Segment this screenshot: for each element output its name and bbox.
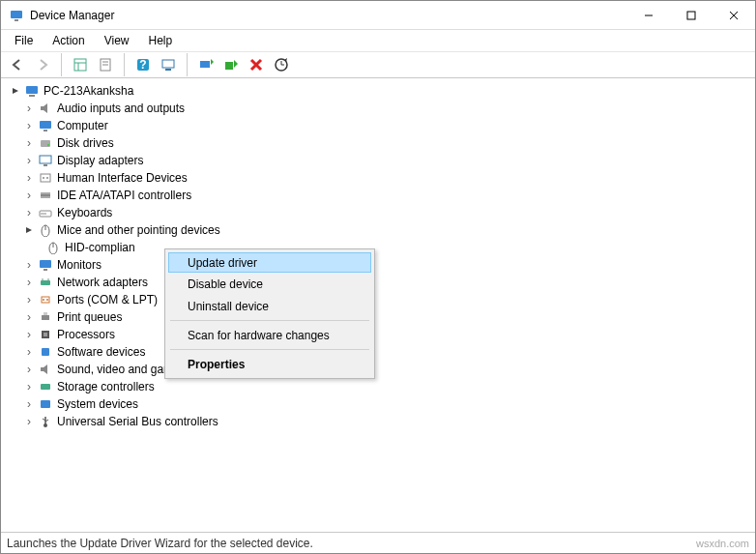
- expand-icon[interactable]: ›: [22, 189, 36, 202]
- expand-icon[interactable]: ›: [22, 293, 36, 306]
- expand-icon[interactable]: ›: [22, 380, 36, 394]
- properties-button[interactable]: [94, 53, 117, 76]
- tree-item[interactable]: ›IDE ATA/ATAPI controllers: [5, 187, 755, 204]
- tree-label: Software devices: [57, 345, 145, 359]
- help-button[interactable]: ?: [131, 53, 155, 76]
- status-bar: Launches the Update Driver Wizard for th…: [1, 532, 755, 553]
- scan-hardware-button[interactable]: [270, 53, 293, 76]
- menu-action[interactable]: Action: [44, 32, 92, 49]
- tree-label: Network adapters: [57, 276, 148, 289]
- expand-icon[interactable]: ›: [22, 136, 36, 150]
- collapse-icon[interactable]: [22, 223, 36, 237]
- speaker-icon: [38, 101, 53, 116]
- network-icon: [38, 275, 53, 290]
- svg-rect-56: [41, 384, 50, 390]
- svg-rect-54: [44, 333, 47, 336]
- toolbar: ?: [1, 51, 755, 78]
- svg-rect-42: [40, 260, 51, 268]
- context-disable-device[interactable]: Disable device: [168, 273, 371, 295]
- svg-rect-44: [41, 280, 50, 285]
- svg-point-26: [47, 144, 49, 146]
- tree-item[interactable]: ›Sound, video and game controllers: [5, 361, 755, 378]
- expand-icon[interactable]: ›: [22, 415, 36, 428]
- expand-icon[interactable]: ›: [22, 171, 36, 185]
- app-icon: [9, 8, 24, 23]
- uninstall-button[interactable]: [245, 53, 268, 76]
- computer-icon: [24, 83, 40, 99]
- svg-rect-1: [15, 19, 18, 21]
- svg-rect-27: [40, 156, 51, 163]
- menu-help[interactable]: Help: [141, 32, 181, 49]
- status-text: Launches the Update Driver Wizard for th…: [7, 537, 313, 550]
- tree-item[interactable]: ›Human Interface Devices: [5, 169, 755, 187]
- usb-icon: [38, 414, 53, 429]
- tree-label: Monitors: [57, 258, 102, 272]
- expand-icon[interactable]: ›: [22, 276, 36, 289]
- tree-item[interactable]: ›Print queues: [5, 308, 755, 326]
- svg-rect-52: [44, 320, 47, 322]
- forward-button[interactable]: [31, 53, 54, 76]
- context-update-driver[interactable]: Update driver: [168, 252, 371, 273]
- context-uninstall-device[interactable]: Uninstall device: [168, 295, 371, 317]
- tree-item[interactable]: ›Disk drives: [5, 134, 755, 152]
- tree-item[interactable]: ›Storage controllers: [5, 378, 755, 395]
- expand-icon[interactable]: ›: [22, 363, 36, 376]
- enable-button[interactable]: [219, 53, 243, 76]
- tree-item[interactable]: ›Universal Serial Bus controllers: [5, 413, 755, 430]
- scan-button[interactable]: [157, 53, 180, 76]
- show-hide-button[interactable]: [69, 53, 92, 76]
- context-properties[interactable]: Properties: [168, 353, 371, 375]
- cpu-icon: [38, 327, 53, 342]
- expand-icon[interactable]: ›: [22, 119, 36, 132]
- tree-label: Print queues: [57, 310, 122, 324]
- back-button[interactable]: [6, 53, 29, 76]
- monitor-icon: [38, 118, 53, 133]
- ide-icon: [38, 188, 53, 203]
- update-driver-button[interactable]: [194, 53, 218, 76]
- svg-rect-6: [74, 59, 86, 71]
- svg-point-31: [46, 177, 48, 179]
- separator: [56, 53, 62, 76]
- device-tree[interactable]: PC-213Akanksha ›Audio inputs and outputs…: [1, 78, 755, 532]
- expand-icon[interactable]: ›: [22, 258, 36, 272]
- expand-icon[interactable]: ›: [22, 102, 36, 115]
- tree-item[interactable]: ›Processors: [5, 326, 755, 343]
- tree-item-mice[interactable]: Mice and other pointing devices: [5, 221, 755, 239]
- tree-item[interactable]: ›Computer: [5, 117, 755, 134]
- svg-point-30: [43, 177, 44, 179]
- collapse-icon[interactable]: [9, 84, 22, 98]
- svg-rect-3: [687, 12, 695, 19]
- svg-rect-21: [26, 86, 38, 94]
- title-bar: Device Manager: [1, 1, 755, 30]
- tree-item[interactable]: ›Ports (COM & LPT): [5, 291, 755, 308]
- tree-item[interactable]: ›Keyboards: [5, 204, 755, 221]
- menu-file[interactable]: File: [7, 32, 41, 49]
- tree-label: Storage controllers: [57, 380, 155, 394]
- context-scan-hardware[interactable]: Scan for hardware changes: [168, 324, 371, 346]
- svg-point-48: [43, 299, 44, 301]
- tree-item[interactable]: ›System devices: [5, 395, 755, 413]
- svg-rect-29: [41, 174, 50, 182]
- tree-label: Mice and other pointing devices: [57, 223, 220, 237]
- menu-view[interactable]: View: [97, 32, 137, 49]
- tree-child-hid-mouse[interactable]: HID-complian: [5, 239, 755, 256]
- tree-item[interactable]: ›Software devices: [5, 343, 755, 361]
- maximize-button[interactable]: [670, 2, 712, 29]
- close-button[interactable]: [712, 2, 755, 29]
- expand-icon[interactable]: ›: [22, 345, 36, 359]
- minimize-button[interactable]: [627, 2, 670, 29]
- tree-root[interactable]: PC-213Akanksha: [5, 82, 755, 100]
- expand-icon[interactable]: ›: [22, 310, 36, 324]
- root-label: PC-213Akanksha: [44, 84, 133, 98]
- tree-item[interactable]: ›Monitors: [5, 256, 755, 274]
- tree-label: IDE ATA/ATAPI controllers: [57, 189, 191, 202]
- disk-icon: [38, 135, 53, 151]
- tree-item[interactable]: ›Network adapters: [5, 274, 755, 291]
- expand-icon[interactable]: ›: [22, 206, 36, 219]
- tree-item[interactable]: ›Audio inputs and outputs: [5, 100, 755, 117]
- expand-icon[interactable]: ›: [22, 397, 36, 411]
- svg-rect-50: [42, 315, 49, 320]
- expand-icon[interactable]: ›: [22, 328, 36, 341]
- tree-item[interactable]: ›Display adapters: [5, 152, 755, 169]
- expand-icon[interactable]: ›: [22, 154, 36, 167]
